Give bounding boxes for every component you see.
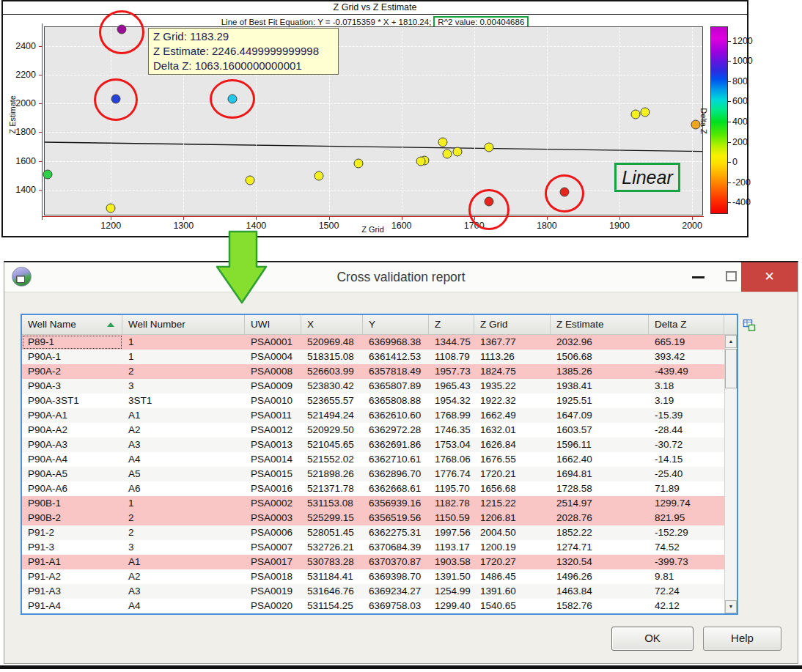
scroll-up-button[interactable]: ▲ [725, 335, 737, 348]
table-cell[interactable]: P91-A2 [22, 569, 122, 584]
table-row[interactable]: P91-A2A2PSA0018531184.416369398.701391.5… [22, 569, 724, 584]
table-cell[interactable]: 1824.75 [474, 364, 551, 379]
table-cell[interactable]: 3 [122, 540, 245, 555]
table-cell[interactable]: 6362896.70 [363, 467, 429, 481]
table-cell[interactable]: 1626.84 [474, 437, 551, 452]
table-cell[interactable]: P90A-2 [22, 364, 122, 379]
table-cell[interactable]: PSA0011 [245, 408, 301, 423]
table-cell[interactable]: A2 [122, 423, 245, 437]
table-row[interactable]: P90A-3ST13ST1PSA0010523655.576365808.881… [22, 394, 724, 408]
table-cell[interactable]: PSA0002 [245, 496, 301, 511]
data-point[interactable] [484, 143, 493, 152]
table-cell[interactable]: A2 [122, 569, 245, 584]
table-cell[interactable]: 531153.08 [301, 496, 363, 511]
table-row[interactable]: P91-A3A3PSA0019531646.766369234.271254.9… [22, 584, 724, 599]
table-cell[interactable]: P91-A1 [22, 555, 122, 569]
table-cell[interactable]: 9.81 [649, 569, 724, 584]
column-header-z-grid[interactable]: Z Grid [474, 315, 551, 334]
table-cell[interactable]: 1903.58 [429, 555, 474, 569]
table-cell[interactable]: P90A-3 [22, 379, 122, 394]
table-cell[interactable]: -439.49 [649, 364, 724, 379]
table-cell[interactable]: P91-A4 [22, 599, 122, 613]
table-cell[interactable]: 2 [122, 525, 245, 540]
table-cell[interactable]: A3 [122, 437, 245, 452]
table-row[interactable]: P89-11PSA0001520969.486369968.381344.751… [22, 335, 724, 350]
data-point[interactable] [314, 171, 324, 181]
column-header-delta-z[interactable]: Delta Z [649, 315, 724, 334]
ok-button[interactable]: OK [611, 627, 694, 651]
table-row[interactable]: P90B-22PSA0003525299.156356519.561150.59… [22, 511, 724, 525]
table-cell[interactable]: 2032.96 [551, 335, 649, 350]
table-cell[interactable]: 1486.45 [474, 569, 551, 584]
table-cell[interactable]: PSA0003 [245, 511, 301, 525]
table-cell[interactable]: PSA0015 [245, 467, 301, 481]
table-cell[interactable]: 525299.15 [301, 511, 363, 525]
column-header-well-name[interactable]: Well Name [22, 315, 122, 334]
table-cell[interactable]: 1299.74 [649, 496, 724, 511]
table-cell[interactable]: P91-A3 [22, 584, 122, 599]
table-row[interactable]: P90A-11PSA0004518315.086361412.531108.79… [22, 350, 724, 364]
table-row[interactable]: P90A-A1A1PSA0011521494.246362610.601768.… [22, 408, 724, 423]
table-cell[interactable]: P90A-A3 [22, 437, 122, 452]
table-cell[interactable]: 3ST1 [122, 394, 245, 408]
scroll-down-button[interactable]: ▼ [725, 600, 737, 613]
column-header-uwi[interactable]: UWI [245, 315, 301, 334]
table-cell[interactable]: PSA0009 [245, 379, 301, 394]
table-cell[interactable]: 1632.01 [474, 423, 551, 437]
table-cell[interactable]: PSA0012 [245, 423, 301, 437]
table-cell[interactable]: A4 [122, 599, 245, 613]
table-cell[interactable]: -399.73 [649, 555, 724, 569]
table-cell[interactable]: 1150.59 [429, 511, 474, 525]
table-cell[interactable]: 1662.49 [474, 408, 551, 423]
table-cell[interactable]: 1 [122, 496, 245, 511]
table-cell[interactable]: 1391.60 [474, 584, 551, 599]
table-cell[interactable]: P90A-A2 [22, 423, 122, 437]
table-cell[interactable]: 1957.73 [429, 364, 474, 379]
table-row[interactable]: P91-A1A1PSA0017530783.286370370.871903.5… [22, 555, 724, 569]
table-cell[interactable]: P90A-1 [22, 350, 122, 364]
vertical-scrollbar[interactable]: ▲ ▼ [724, 335, 737, 613]
column-header-z-estimate[interactable]: Z Estimate [551, 315, 649, 334]
table-row[interactable]: P90A-A6A6PSA0016521371.786362668.611195.… [22, 481, 724, 496]
table-cell[interactable]: PSA0017 [245, 555, 301, 569]
table-cell[interactable]: 74.52 [649, 540, 724, 555]
table-cell[interactable]: PSA0007 [245, 540, 301, 555]
table-cell[interactable]: 521898.26 [301, 467, 363, 481]
help-button[interactable]: Help [703, 627, 781, 651]
table-cell[interactable]: 520929.50 [301, 423, 363, 437]
table-cell[interactable]: 6370684.39 [363, 540, 429, 555]
table-cell[interactable]: 6369234.27 [363, 584, 429, 599]
table-cell[interactable]: 665.19 [649, 335, 724, 350]
table-cell[interactable]: 6362610.60 [363, 408, 429, 423]
table-cell[interactable]: 1776.74 [429, 467, 474, 481]
table-cell[interactable]: 2004.50 [474, 525, 551, 540]
maximize-button[interactable] [726, 271, 737, 281]
table-cell[interactable]: 1925.51 [551, 394, 649, 408]
table-cell[interactable]: 532726.21 [301, 540, 363, 555]
table-cell[interactable]: 521494.24 [301, 408, 363, 423]
data-point[interactable] [442, 149, 452, 159]
table-row[interactable]: P90A-A5A5PSA0015521898.266362896.701776.… [22, 467, 724, 481]
table-cell[interactable]: P90A-A6 [22, 481, 122, 496]
scrollbar-thumb[interactable] [725, 349, 737, 388]
data-point[interactable] [106, 203, 116, 213]
table-cell[interactable]: P90B-2 [22, 511, 122, 525]
table-cell[interactable]: 6361412.53 [363, 350, 429, 364]
table-cell[interactable]: 6365808.88 [363, 394, 429, 408]
table-cell[interactable]: 1182.78 [429, 496, 474, 511]
table-cell[interactable]: 1603.57 [551, 423, 649, 437]
data-point[interactable] [43, 170, 53, 180]
data-point[interactable] [353, 159, 363, 169]
table-cell[interactable]: 2028.76 [551, 511, 649, 525]
data-point[interactable] [416, 157, 426, 166]
table-row[interactable]: P90A-A4A4PSA0014521552.026362710.611768.… [22, 452, 724, 467]
column-header-well-number[interactable]: Well Number [122, 315, 245, 334]
table-cell[interactable]: 1391.50 [429, 569, 474, 584]
table-cell[interactable]: PSA0016 [245, 481, 301, 496]
table-cell[interactable]: 1656.68 [474, 481, 551, 496]
table-cell[interactable]: 6362710.61 [363, 452, 429, 467]
table-cell[interactable]: 1720.21 [474, 467, 551, 481]
table-cell[interactable]: PSA0018 [245, 569, 301, 584]
table-cell[interactable]: PSA0010 [245, 394, 301, 408]
table-cell[interactable]: P90A-A4 [22, 452, 122, 467]
